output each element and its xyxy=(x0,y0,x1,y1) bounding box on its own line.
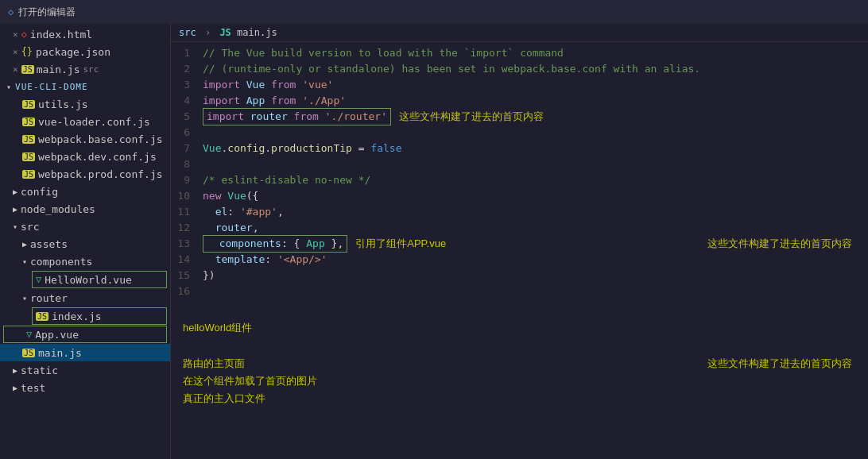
sidebar-item-main-js-src[interactable]: JS main.js xyxy=(0,344,170,361)
annotation-main-js: 真正的主入口文件 xyxy=(183,392,265,406)
close-icon[interactable]: × xyxy=(13,64,18,75)
sidebar-label-components: components xyxy=(30,256,92,268)
json-file-icon: {} xyxy=(21,46,33,57)
js-icon: JS xyxy=(22,135,35,144)
sidebar-folder-static[interactable]: ▶ static xyxy=(0,361,170,379)
sidebar-folder-assets[interactable]: ▶ assets xyxy=(0,235,170,253)
colon3: : xyxy=(265,252,277,268)
sidebar-folder-config[interactable]: ▶ config xyxy=(0,183,170,200)
el-value: '#app' xyxy=(240,204,277,220)
arrow-down-icon: ▾ xyxy=(6,83,12,91)
sidebar-label-webpack-base: webpack.base.conf.js xyxy=(38,133,163,145)
annotation-line13: 引用了组件APP.vue xyxy=(355,236,446,252)
breadcrumb-js-badge: JS xyxy=(219,27,231,38)
comma2: , xyxy=(253,220,259,236)
js-icon: JS xyxy=(22,170,35,179)
sidebar-folder-router[interactable]: ▾ router xyxy=(0,289,170,307)
string-router: './router' xyxy=(325,109,387,125)
sidebar-folder-vue-cli-dome[interactable]: ▾ VUE-CLI-DOME xyxy=(0,78,170,95)
sidebar-folder-components[interactable]: ▾ components xyxy=(0,253,170,270)
code-line-3: import Vue from 'vue' xyxy=(203,77,868,93)
code-editor: 1 2 3 4 5 6 7 8 9 10 11 12 13 14 15 16 xyxy=(171,42,868,459)
annotation-app-vue: 在这个组件加载了首页的图片 xyxy=(183,374,317,388)
string-vue: 'vue' xyxy=(302,77,333,93)
sidebar-item-app-vue[interactable]: ▽ App.vue xyxy=(3,326,167,343)
breadcrumb-filename: main.js xyxy=(237,27,277,38)
highlight-box-line5: import router from './router' xyxy=(203,108,391,125)
sidebar-folder-node-modules[interactable]: ▶ node_modules xyxy=(0,200,170,218)
arrow-right-icon: ▶ xyxy=(13,366,17,375)
arrow-down-icon: ▾ xyxy=(22,257,27,266)
dot2: . xyxy=(265,141,271,156)
keyword-import: import xyxy=(203,93,246,109)
code-line-5: import router from './router' 这些文件构建了进去的… xyxy=(203,109,868,125)
code-line-10: new Vue({ xyxy=(203,188,868,204)
breadcrumb-sep1: › xyxy=(205,27,211,38)
annotation-line5: 这些文件构建了进去的首页内容 xyxy=(399,109,544,125)
code-line-13: components: { App }, 引用了组件APP.vue 这些文件构建… xyxy=(203,236,868,252)
keyword-from: from xyxy=(271,93,302,109)
closing-brace: }, xyxy=(325,236,343,252)
el-prop: el xyxy=(215,204,228,220)
sidebar-label-router: router xyxy=(30,292,68,304)
breadcrumb: src › JS main.js xyxy=(171,24,868,42)
code-line-4: import App from './App' xyxy=(203,93,868,109)
code-content: // The Vue build version to load with th… xyxy=(196,42,868,459)
arrow-down-icon: ▾ xyxy=(13,222,17,231)
right-annotation: 这些文件构建了进去的首页内容 xyxy=(707,236,852,252)
close-icon[interactable]: × xyxy=(13,29,18,40)
code-line-14: template: '<App/>' xyxy=(203,252,868,268)
var-router: router xyxy=(250,109,294,125)
editor-icon: ◇ xyxy=(8,6,14,17)
sidebar-item-webpack-base[interactable]: JS webpack.base.conf.js xyxy=(0,130,170,148)
breadcrumb-src: src xyxy=(179,27,196,38)
code-line-1: // The Vue build version to load with th… xyxy=(203,45,868,61)
code-line-2: // (runtime-only or standalone) has been… xyxy=(203,61,868,77)
sidebar-src-label: src xyxy=(83,64,99,75)
template-value: '<App/>' xyxy=(277,252,327,268)
arrow-down-icon: ▾ xyxy=(22,294,27,303)
sidebar-item-webpack-prod[interactable]: JS webpack.prod.conf.js xyxy=(0,165,170,183)
sidebar-item-router-index-js[interactable]: JS index.js xyxy=(32,307,167,325)
sidebar-item-main-js[interactable]: × JS main.js src xyxy=(0,60,170,78)
sidebar: × ◇ index.html × {} package.json × JS ma… xyxy=(0,24,171,459)
var-app: App xyxy=(246,93,271,109)
sidebar-item-package-json[interactable]: × {} package.json xyxy=(0,43,170,60)
annotation-right-note: 这些文件构建了进去的首页内容 xyxy=(707,357,852,371)
prod-tip: productionTip xyxy=(271,141,352,156)
eq: = xyxy=(352,141,370,156)
sidebar-label-src: src xyxy=(21,221,39,233)
keyword-new: new xyxy=(203,188,227,204)
code-line-6 xyxy=(203,125,868,141)
sidebar-label-main-js-src: main.js xyxy=(38,347,82,359)
highlight-box-line13: components: { App }, xyxy=(203,235,347,253)
sidebar-label-webpack-prod: webpack.prod.conf.js xyxy=(38,168,163,180)
sidebar-folder-test[interactable]: ▶ test xyxy=(0,379,170,396)
code-line-7: Vue.config.productionTip = false xyxy=(203,141,868,156)
app-ref: App xyxy=(306,236,324,252)
sidebar-label-vue-loader: vue-loader.conf.js xyxy=(38,116,150,128)
titlebar: ◇ 打开的编辑器 xyxy=(0,0,868,24)
keyword-from: from xyxy=(271,77,302,93)
sidebar-label-app-vue: App.vue xyxy=(35,329,79,341)
sidebar-label-assets: assets xyxy=(30,238,68,250)
keyword-from: from xyxy=(294,109,325,125)
arrow-right-icon: ▶ xyxy=(13,384,17,392)
vue-constructor: Vue xyxy=(227,188,246,204)
router-ref: router xyxy=(215,220,253,236)
sidebar-item-index-html[interactable]: × ◇ index.html xyxy=(0,25,170,43)
sidebar-item-helloworld-vue[interactable]: ▽ HelloWorld.vue xyxy=(32,271,167,288)
js-icon: JS xyxy=(36,312,48,321)
close-icon[interactable]: × xyxy=(13,47,18,57)
sidebar-item-utils-js[interactable]: JS utils.js xyxy=(0,95,170,113)
vue-icon: ▽ xyxy=(36,274,41,285)
sidebar-folder-src[interactable]: ▾ src xyxy=(0,218,170,235)
annotation-helloworld: helloWorld组件 xyxy=(183,321,252,335)
indent2 xyxy=(203,220,215,236)
sidebar-label-utils-js: utils.js xyxy=(38,98,88,110)
editor-area: src › JS main.js 1 2 3 4 5 6 7 8 9 10 11… xyxy=(171,24,868,459)
sidebar-item-webpack-dev[interactable]: JS webpack.dev.conf.js xyxy=(0,148,170,165)
sidebar-label-router-index: index.js xyxy=(52,310,102,322)
string-app: './App' xyxy=(302,93,346,109)
sidebar-item-vue-loader[interactable]: JS vue-loader.conf.js xyxy=(0,113,170,130)
